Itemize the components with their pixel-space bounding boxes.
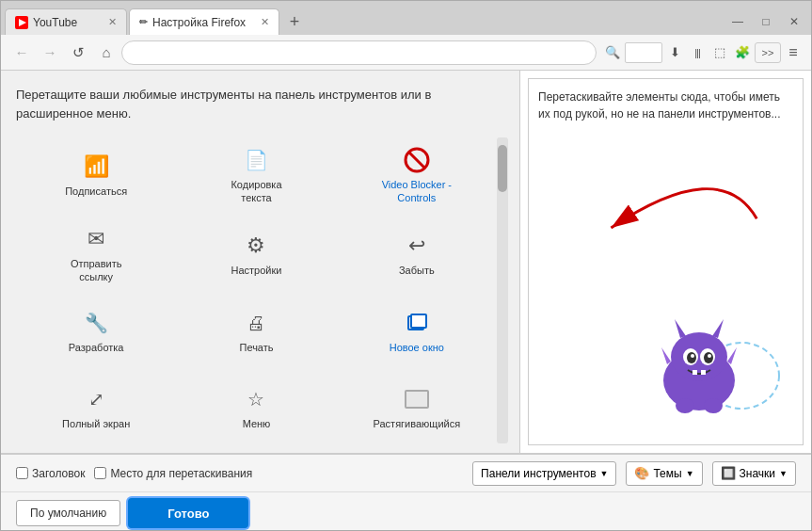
tool-encoding[interactable]: 📄 Кодировкатекста [176, 136, 336, 215]
tool-settings[interactable]: ⚙ Настройки [176, 215, 336, 294]
tool-fullscreen-label: Полный экран [62, 417, 130, 430]
checkbox-droptarget[interactable]: Место для перетаскивания [94, 467, 252, 480]
svg-marker-9 [712, 319, 724, 338]
scrollbar-track[interactable] [497, 137, 508, 443]
nav-bar: ← → ↺ ⌂ 🔍 ⬇ ||| ⬚ 🧩 >> ≡ [1, 35, 811, 71]
tool-encoding-label: Кодировкатекста [231, 178, 281, 205]
flexible-icon [403, 385, 431, 413]
tool-dev[interactable]: 🔧 Разработка [16, 294, 176, 369]
url-placeholder-box [625, 42, 662, 63]
win-maximize-button[interactable]: □ [753, 12, 779, 31]
droptarget-checkbox[interactable] [94, 467, 106, 479]
scrollbar-thumb[interactable] [498, 145, 507, 192]
main-content: Перетащите ваши любимые инструменты на п… [1, 71, 811, 453]
themes-dropdown-arrow: ▼ [686, 469, 694, 478]
firefox-tab-label: Настройка Firefox [152, 16, 246, 29]
tool-fullscreen[interactable]: ⤢ Полный экран [16, 370, 176, 445]
tools-grid: 📶 Подписаться 📄 Кодировкатекста [16, 136, 497, 445]
tool-video-blocker[interactable]: Video Blocker -Controls [337, 136, 497, 215]
svg-rect-17 [701, 370, 706, 375]
done-button[interactable]: Готово [128, 498, 248, 528]
tool-print-label: Печать [239, 341, 273, 354]
hamburger-icon[interactable]: ≡ [783, 42, 804, 63]
extensions-icon[interactable]: 🧩 [732, 42, 753, 63]
svg-point-14 [691, 354, 694, 358]
left-panel: Перетащите ваши любимые инструменты на п… [1, 71, 519, 453]
monster-illustration [633, 310, 784, 426]
icons-dropdown-arrow: ▼ [779, 469, 788, 478]
dev-icon: 🔧 [82, 309, 110, 337]
new-tab-button[interactable]: + [281, 8, 308, 35]
tool-menu-label: Меню [243, 417, 271, 430]
win-close-button[interactable]: ✕ [781, 12, 807, 31]
forward-button[interactable]: → [37, 40, 63, 66]
tab-youtube[interactable]: YouTube ✕ [5, 8, 127, 35]
fullscreen-icon: ⤢ [82, 385, 110, 413]
svg-rect-16 [693, 370, 697, 375]
tool-send-link[interactable]: ✉ Отправитьссылку [16, 215, 176, 294]
firefox-tab-icon: ✏ [139, 16, 148, 28]
bookmarks-icon[interactable]: ||| [687, 42, 708, 63]
themes-dropdown[interactable]: 🎨 Темы ▼ [626, 461, 702, 486]
left-panel-description: Перетащите ваши любимые инструменты на п… [16, 86, 508, 122]
tool-subscribe-label: Подписаться [65, 185, 127, 198]
win-minimize-button[interactable]: — [724, 12, 751, 31]
settings-icon: ⚙ [242, 232, 270, 260]
home-button[interactable]: ⌂ [93, 40, 119, 66]
tool-forget[interactable]: ↩ Забыть [337, 215, 497, 294]
youtube-tab-close[interactable]: ✕ [108, 16, 117, 28]
overflow-icon[interactable]: >> [755, 42, 781, 63]
print-icon: 🖨 [242, 309, 270, 337]
right-panel: Перетаскивайте элементы сюда, чтобы имет… [519, 71, 811, 453]
svg-line-1 [408, 152, 425, 169]
tool-forget-label: Забыть [399, 264, 435, 277]
svg-point-12 [687, 352, 696, 363]
url-input[interactable] [121, 40, 597, 65]
icons-icon: 🔲 [721, 466, 736, 480]
tool-print[interactable]: 🖨 Печать [176, 294, 336, 369]
tool-flexible-label: Растягивающийся [374, 417, 461, 430]
tool-menu[interactable]: ☆ Меню [176, 370, 336, 445]
svg-marker-8 [675, 319, 686, 338]
tool-send-link-label: Отправитьссылку [71, 257, 122, 284]
icons-dropdown[interactable]: 🔲 Значки ▼ [712, 461, 796, 486]
tool-dev-label: Разработка [69, 341, 124, 354]
forget-icon: ↩ [403, 232, 431, 260]
tabs-icon[interactable]: ⬚ [709, 42, 730, 63]
toolbar-dropdown[interactable]: Панели инструментов ▼ [472, 461, 616, 486]
firefox-tab-close[interactable]: ✕ [261, 16, 269, 28]
svg-rect-3 [411, 314, 426, 328]
themes-icon: 🎨 [634, 466, 649, 480]
tool-subscribe[interactable]: 📶 Подписаться [16, 136, 176, 215]
svg-marker-21 [727, 347, 737, 364]
tool-settings-label: Настройки [231, 264, 282, 277]
right-panel-border: Перетаскивайте элементы сюда, чтобы имет… [528, 78, 804, 445]
menu-icon: ☆ [242, 385, 270, 413]
youtube-favicon [15, 16, 28, 29]
default-button[interactable]: По умолчанию [16, 500, 120, 526]
tool-new-window-label: Новое окно [390, 341, 444, 354]
encoding-icon: 📄 [242, 146, 270, 174]
download-icon[interactable]: ⬇ [664, 42, 685, 63]
toolbar-dropdown-arrow: ▼ [600, 469, 609, 478]
youtube-tab-label: YouTube [33, 16, 77, 29]
tool-flexible[interactable]: Растягивающийся [337, 370, 497, 445]
subscribe-icon: 📶 [82, 153, 110, 181]
overflow-description: Перетаскивайте элементы сюда, чтобы имет… [538, 88, 793, 122]
checkbox-title[interactable]: Заголовок [16, 467, 85, 480]
tool-new-window[interactable]: Новое окно [337, 294, 497, 369]
bottom-area: Заголовок Место для перетаскивания Панел… [1, 453, 811, 531]
tab-firefox[interactable]: ✏ Настройка Firefox ✕ [129, 8, 279, 35]
title-checkbox[interactable] [16, 467, 28, 479]
bottom-buttons: По умолчанию Готово [1, 492, 811, 531]
back-button[interactable]: ← [8, 40, 35, 66]
bottom-toolbar: Заголовок Место для перетаскивания Панел… [1, 455, 811, 492]
new-window-icon [403, 309, 431, 337]
tab-bar: YouTube ✕ ✏ Настройка Firefox ✕ + — □ ✕ [1, 1, 811, 35]
video-blocker-icon [403, 146, 431, 174]
reload-button[interactable]: ↺ [65, 40, 91, 66]
send-link-icon: ✉ [82, 225, 110, 253]
tool-video-blocker-label: Video Blocker -Controls [382, 178, 452, 205]
svg-point-15 [708, 354, 711, 358]
svg-point-19 [704, 398, 723, 413]
